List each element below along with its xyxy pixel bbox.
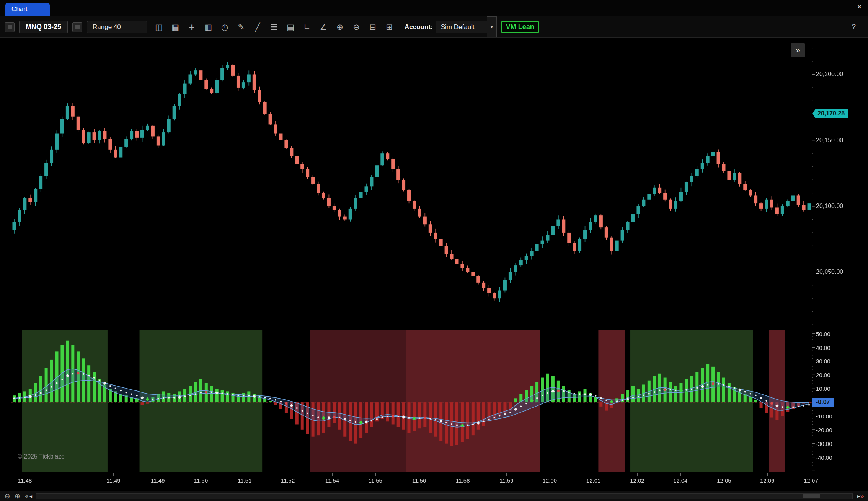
help-icon[interactable]: ?: [852, 23, 856, 31]
pencil-icon[interactable]: ✎: [237, 22, 246, 32]
scrollbar-thumb[interactable]: [803, 494, 820, 498]
range-selector[interactable]: Range 40: [87, 21, 147, 33]
chart-settings-icon[interactable]: ▦: [171, 22, 180, 32]
indicator-axis-label: 30.00: [816, 358, 830, 364]
time-axis-label: 11:51: [238, 477, 251, 484]
time-axis-label: 12:00: [543, 477, 557, 484]
crosshair-icon[interactable]: +: [187, 22, 196, 32]
time-axis-label: 11:50: [194, 477, 208, 484]
account-selector[interactable]: Sim Default: [436, 21, 487, 33]
period-toggle-button[interactable]: [72, 22, 82, 32]
angle-tool-icon[interactable]: ∟: [302, 22, 312, 32]
indicator-axis-label: 50.00: [816, 330, 830, 337]
indicator-axis-label: -40.00: [816, 454, 832, 460]
titlebar: Chart ×: [0, 0, 868, 16]
tab-chart[interactable]: Chart: [5, 3, 50, 16]
instrument-toggle-button[interactable]: [5, 22, 15, 32]
time-axis-label: 11:48: [18, 477, 32, 484]
indicator-axis-label: 20.00: [816, 372, 830, 378]
time-axis-label: 11:59: [499, 477, 513, 484]
expand-panel-button[interactable]: »: [791, 43, 805, 57]
volume-icon[interactable]: ▥: [204, 22, 213, 32]
trendline-icon[interactable]: ╱: [253, 22, 262, 32]
time-axis-label: 11:54: [325, 477, 339, 484]
price-axis-label: 20,200.00: [816, 71, 843, 78]
account-label: Account:: [405, 23, 433, 31]
time-axis-label: 11:52: [281, 477, 295, 484]
symbol-selector[interactable]: MNQ 03-25: [19, 21, 68, 33]
folder-icon[interactable]: ⊟: [368, 22, 377, 32]
step-left-button[interactable]: ◂: [29, 493, 32, 499]
time-axis-label: 11:56: [412, 477, 426, 484]
jump-end-button[interactable]: »: [860, 492, 864, 500]
time-axis-label: 12:07: [804, 477, 818, 484]
indicator-axis-label: -30.00: [816, 440, 832, 447]
scrollbar-track[interactable]: [36, 493, 853, 499]
strategy-badge[interactable]: VM Lean: [501, 21, 539, 33]
time-axis-label: 11:55: [368, 477, 382, 484]
period-toggle-icon: [75, 25, 80, 29]
script-icon[interactable]: ▤: [286, 22, 295, 32]
time-axis-label: 11:49: [151, 477, 165, 484]
step-right-button[interactable]: ▸: [857, 493, 860, 499]
account-dropdown-arrow[interactable]: ▼: [487, 16, 497, 37]
bottom-scrollbar-area: ⊖ ⊕ « ◂ ▸ »: [0, 491, 868, 501]
time-axis-label: 12:06: [760, 477, 775, 484]
zoom-in-button[interactable]: ⊕: [15, 492, 20, 500]
jump-start-button[interactable]: «: [25, 492, 29, 500]
toolbar-icons: ◫▦+▥◷✎╱☰▤∟∠⊕⊖⊟⊞: [154, 22, 394, 32]
save-icon[interactable]: ⊞: [385, 22, 394, 32]
price-axis-label: 20,100.00: [816, 203, 843, 210]
indicator-value-tag: -0.07: [812, 398, 834, 407]
time-axis-label: 11:58: [456, 477, 470, 484]
indicator-axis-label: 40.00: [816, 344, 830, 351]
zoom-in-icon[interactable]: ⊕: [335, 22, 344, 32]
time-axis-label: 12:02: [630, 477, 644, 484]
time-axis-label: 12:01: [586, 477, 601, 484]
zoom-out-button[interactable]: ⊖: [5, 492, 10, 500]
indicator-axis-label: -10.00: [816, 413, 832, 419]
chart-canvas[interactable]: [0, 0, 868, 501]
toolbar: MNQ 03-25 Range 40 ◫▦+▥◷✎╱☰▤∟∠⊕⊖⊟⊞ Accou…: [0, 16, 868, 38]
copyright-label: © 2025 Tickblaze: [18, 453, 65, 460]
indicator-axis-label: 10.00: [816, 386, 830, 392]
last-price-tag: 20,170.25: [812, 109, 848, 118]
price-axis-label: 20,150.00: [816, 137, 843, 144]
clock-icon[interactable]: ◷: [220, 22, 229, 32]
chart-window: Chart × MNQ 03-25 Range 40 ◫▦+▥◷✎╱☰▤∟∠⊕⊖…: [0, 0, 868, 501]
price-axis-label: 20,050.00: [816, 268, 843, 275]
zoom-out-icon[interactable]: ⊖: [352, 22, 361, 32]
time-axis-label: 11:49: [106, 477, 120, 484]
angle-tool2-icon[interactable]: ∠: [319, 22, 328, 32]
indicator-list-icon[interactable]: ☰: [269, 22, 279, 32]
instrument-toggle-icon: [8, 25, 12, 29]
chart-style-icon[interactable]: ◫: [154, 22, 163, 32]
time-axis-label: 12:04: [673, 477, 688, 484]
indicator-axis-label: -20.00: [816, 426, 832, 433]
close-icon[interactable]: ×: [857, 3, 862, 11]
time-axis-label: 12:05: [717, 477, 731, 484]
